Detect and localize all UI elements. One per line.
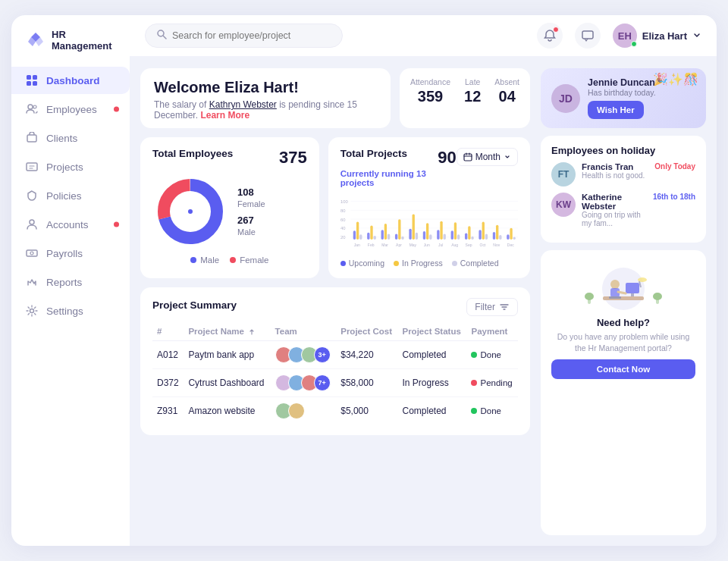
sidebar-item-payrolls[interactable]: Payrolls: [11, 240, 130, 267]
svg-rect-42: [398, 219, 400, 240]
team-more: 3+: [314, 346, 331, 363]
sidebar-item-dashboard[interactable]: Dashboard: [11, 67, 130, 94]
accounts-notification-dot: [114, 222, 119, 227]
upcoming-legend: Upcoming: [340, 259, 384, 268]
birthday-card: JD Jennie Duncan Has birthday today. Wis…: [541, 68, 706, 128]
project-payment: Done: [466, 341, 518, 369]
svg-rect-53: [437, 230, 439, 240]
svg-rect-29: [353, 230, 355, 240]
sidebar-item-label: Policies: [46, 190, 82, 202]
welcome-section: Welcome Eliza Hart! The salary of Kathry…: [140, 68, 391, 128]
team-more: 7+: [314, 375, 331, 391]
sidebar-item-projects[interactable]: Projects: [11, 153, 130, 180]
sidebar-item-employees[interactable]: Employees: [11, 96, 130, 123]
svg-rect-87: [609, 296, 621, 299]
svg-rect-7: [27, 163, 37, 171]
project-status: In Progress: [397, 369, 466, 397]
help-illustration: [551, 258, 695, 312]
late-stat: Late 12: [464, 77, 481, 105]
project-name: Amazon website: [184, 397, 270, 425]
svg-rect-1: [33, 75, 37, 80]
svg-rect-83: [626, 283, 639, 293]
svg-text:60: 60: [340, 218, 346, 222]
svg-text:Mar: Mar: [381, 243, 388, 247]
holiday-item-2: KW Katherine Webster Going on trip with …: [551, 193, 695, 227]
help-card: Need help? Do you have any problem while…: [541, 250, 706, 535]
project-id: A012: [152, 341, 184, 369]
svg-text:Oct: Oct: [479, 243, 485, 247]
attendance-stats: Attendance 359 Late 12 Absent 04: [410, 77, 519, 105]
filter-button[interactable]: Filter: [466, 298, 518, 316]
holiday-card: Employees on holiday FT Francis Tran Hea…: [541, 136, 706, 243]
employees-legend: Male Female: [152, 255, 307, 265]
sidebar-item-clients[interactable]: Clients: [11, 124, 130, 152]
project-cost: $34,220: [336, 341, 397, 369]
projects-card-title: Total Projects: [340, 148, 407, 159]
logo-text: HR Management: [52, 29, 111, 52]
sidebar-item-label: Accounts: [46, 219, 89, 230]
svg-rect-65: [479, 230, 481, 240]
svg-rect-34: [370, 226, 372, 240]
policies-icon: [25, 189, 39, 202]
svg-rect-61: [465, 233, 467, 240]
svg-rect-9: [27, 250, 37, 256]
svg-rect-47: [415, 233, 417, 240]
message-button[interactable]: [575, 23, 601, 49]
svg-rect-73: [507, 234, 509, 240]
sidebar-item-label: Employees: [46, 104, 97, 115]
svg-rect-2: [27, 81, 31, 86]
month-selector[interactable]: Month: [457, 148, 518, 166]
svg-text:100: 100: [340, 199, 349, 204]
absent-stat: Absent 04: [494, 77, 519, 105]
notification-button[interactable]: [537, 23, 563, 49]
svg-rect-38: [384, 224, 386, 240]
svg-rect-37: [381, 230, 383, 240]
holiday-item-1: FT Francis Tran Health is not good. Only…: [551, 162, 695, 186]
svg-point-17: [188, 209, 193, 214]
reports-icon: [25, 275, 39, 289]
svg-text:Dec: Dec: [507, 243, 513, 247]
employees-icon: [25, 102, 39, 116]
sidebar-item-label: Projects: [46, 161, 83, 173]
sidebar-item-reports[interactable]: Reports: [11, 268, 130, 296]
svg-point-4: [28, 105, 33, 109]
svg-point-79: [585, 293, 594, 300]
svg-rect-13: [582, 31, 593, 39]
donut-chart: [152, 174, 228, 249]
male-stat: 267 Male: [237, 215, 265, 237]
search-box[interactable]: [145, 24, 343, 48]
user-menu[interactable]: EH Eliza Hart: [613, 24, 701, 48]
sidebar-item-label: Dashboard: [46, 75, 100, 86]
svg-point-5: [33, 105, 36, 108]
dashboard-icon: [25, 74, 39, 87]
svg-text:Sep: Sep: [465, 243, 472, 247]
project-team: 7+: [271, 369, 337, 397]
svg-rect-39: [388, 233, 390, 240]
svg-rect-63: [471, 237, 473, 240]
svg-rect-46: [412, 214, 414, 239]
sidebar-item-settings[interactable]: Settings: [11, 297, 130, 324]
sidebar-item-accounts[interactable]: Accounts: [11, 211, 130, 238]
project-summary-card: Project Summary Filter # Project Name: [140, 287, 530, 435]
svg-text:Aug: Aug: [451, 243, 458, 247]
wish-button[interactable]: Wish Her: [588, 101, 644, 119]
svg-text:Jul: Jul: [438, 243, 443, 247]
svg-text:20: 20: [340, 235, 346, 240]
female-legend: Female: [230, 255, 268, 265]
learn-more-link[interactable]: Learn More: [200, 110, 249, 121]
svg-point-89: [638, 277, 647, 282]
sidebar-item-policies[interactable]: Policies: [11, 182, 130, 209]
holiday-badge-2: 16th to 18th: [653, 193, 695, 201]
employees-count: 375: [279, 148, 307, 168]
project-name: Cytrust Dashboard: [184, 369, 270, 397]
svg-rect-71: [499, 235, 501, 240]
female-stat: 108 Female: [237, 186, 265, 208]
project-status: Completed: [397, 341, 466, 369]
svg-rect-84: [631, 293, 634, 296]
topbar-icons: EH Eliza Hart: [537, 23, 701, 49]
svg-point-81: [653, 293, 662, 300]
svg-point-85: [610, 280, 620, 289]
contact-button[interactable]: Contact Now: [551, 359, 695, 379]
search-icon: [156, 29, 167, 42]
search-input[interactable]: [172, 30, 331, 41]
